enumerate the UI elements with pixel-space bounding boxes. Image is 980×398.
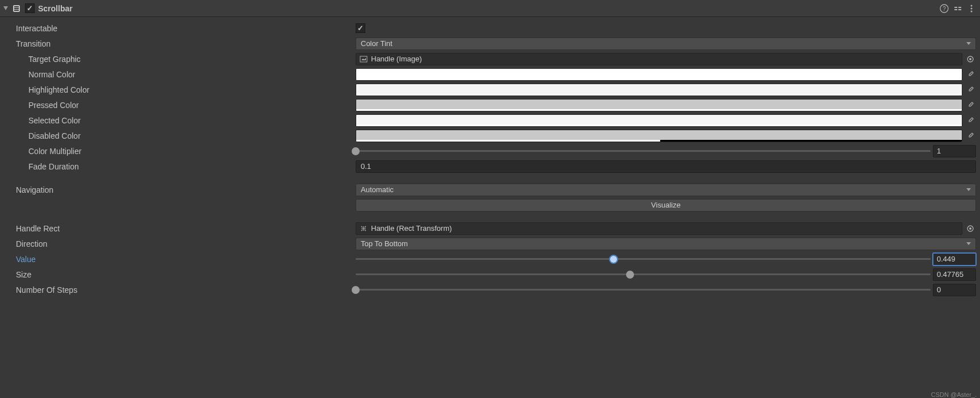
chevron-down-icon [966,42,971,45]
disabled-color-label: Disabled Color [16,131,353,140]
visualize-row: Visualize [0,197,980,213]
number-of-steps-input[interactable]: 0 [933,284,976,296]
eyedropper-icon[interactable] [965,130,976,142]
foldout-toggle[interactable] [3,6,8,10]
number-of-steps-row: Number Of Steps 0 [0,282,980,297]
number-of-steps-slider[interactable] [356,284,931,296]
target-graphic-row: Target Graphic Handle (Image) [0,51,980,67]
interactable-row: Interactable [0,20,980,36]
watermark: CSDN @Aster_. [931,391,977,398]
color-multiplier-value[interactable]: 1 [933,145,976,157]
transition-row: Transition Color Tint [0,36,980,51]
target-graphic-value: Handle (Image) [371,55,422,63]
transition-dropdown[interactable]: Color Tint [356,38,976,50]
target-graphic-label: Target Graphic [16,55,353,64]
object-picker-icon[interactable] [965,53,976,65]
disabled-color-swatch[interactable] [356,130,962,142]
value-label: Value [16,255,353,264]
pressed-color-swatch[interactable] [356,99,962,111]
eyedropper-icon[interactable] [965,100,976,111]
chevron-down-icon [966,242,971,245]
direction-dropdown[interactable]: Top To Bottom [356,238,976,250]
visualize-button[interactable]: Visualize [356,199,976,212]
direction-row: Direction Top To Bottom [0,236,980,251]
handle-rect-value: Handle (Rect Transform) [371,224,452,233]
size-row: Size 0.47765 [0,267,980,282]
value-row: Value 0.449 [0,251,980,267]
size-input[interactable]: 0.47765 [933,268,976,281]
chevron-down-icon [966,188,971,191]
object-picker-icon[interactable] [965,223,976,234]
navigation-row: Navigation Automatic [0,182,980,197]
normal-color-label: Normal Color [16,70,353,79]
help-icon[interactable]: ? [939,3,949,14]
fade-duration-label: Fade Duration [16,162,353,171]
component-title: Scrollbar [38,4,73,13]
pressed-color-row: Pressed Color [0,97,980,113]
svg-text:?: ? [943,6,946,12]
color-multiplier-label: Color Multiplier [16,147,353,156]
transition-label: Transition [16,39,353,48]
color-multiplier-slider[interactable] [356,145,931,157]
eyedropper-icon[interactable] [965,69,976,80]
selected-color-label: Selected Color [16,116,353,125]
fade-duration-row: Fade Duration 0.1 [0,159,980,174]
direction-label: Direction [16,239,353,248]
normal-color-swatch[interactable] [356,68,962,81]
highlighted-color-label: Highlighted Color [16,85,353,94]
interactable-label: Interactable [16,24,353,33]
handle-rect-label: Handle Rect [16,224,353,233]
svg-rect-3 [14,10,19,11]
svg-point-7 [971,7,973,9]
component-enabled-checkbox[interactable] [25,3,35,13]
interactable-checkbox[interactable] [356,23,365,33]
highlighted-color-row: Highlighted Color [0,82,980,97]
size-label: Size [16,270,353,279]
eyedropper-icon[interactable] [965,84,976,96]
direction-value: Top To Bottom [361,239,408,248]
highlighted-color-swatch[interactable] [356,84,962,96]
value-input[interactable]: 0.449 [933,253,976,266]
svg-point-11 [969,58,971,60]
disabled-color-row: Disabled Color [0,128,980,143]
handle-rect-field[interactable]: Handle (Rect Transform) [356,222,962,235]
navigation-dropdown[interactable]: Automatic [356,184,976,196]
selected-color-row: Selected Color [0,113,980,128]
fade-duration-input[interactable]: 0.1 [356,160,976,173]
component-body: Interactable Transition Color Tint Targe… [0,17,980,297]
handle-rect-row: Handle Rect Handle (Rect Transform) [0,221,980,236]
eyedropper-icon[interactable] [965,115,976,126]
rect-transform-icon [360,225,368,233]
svg-rect-2 [14,8,19,9]
navigation-value: Automatic [361,185,394,194]
component-icon [11,3,22,14]
more-icon[interactable] [966,3,977,14]
presets-icon[interactable] [953,3,963,14]
value-slider[interactable] [356,253,931,266]
selected-color-swatch[interactable] [356,114,962,127]
navigation-label: Navigation [16,185,353,194]
size-slider[interactable] [356,268,931,281]
image-icon [360,55,368,63]
transition-value: Color Tint [361,39,393,48]
number-of-steps-label: Number Of Steps [16,285,353,295]
color-multiplier-row: Color Multiplier 1 [0,143,980,159]
svg-point-6 [971,5,973,6]
svg-point-13 [969,227,971,230]
svg-point-8 [971,10,973,12]
normal-color-row: Normal Color [0,67,980,82]
target-graphic-field[interactable]: Handle (Image) [356,53,962,65]
svg-rect-1 [14,6,19,7]
pressed-color-label: Pressed Color [16,101,353,110]
component-header: Scrollbar ? [0,0,980,17]
